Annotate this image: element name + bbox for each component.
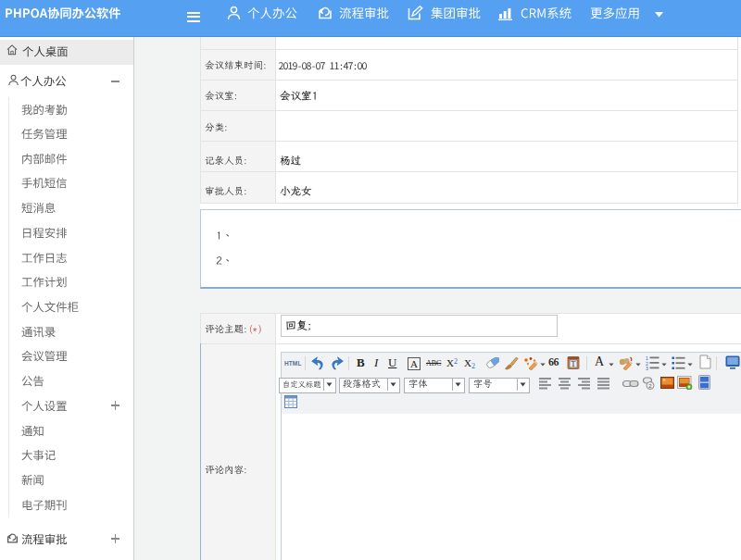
svg-text:3: 3: [646, 366, 648, 370]
svg-text:T: T: [571, 360, 576, 368]
